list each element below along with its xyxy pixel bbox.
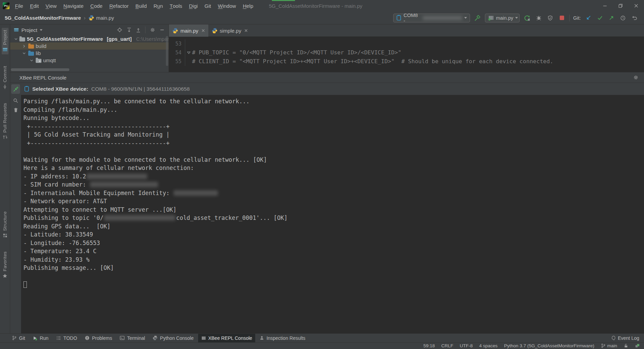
- chevron-down-icon[interactable]: [29, 59, 34, 62]
- rollback-button[interactable]: [630, 14, 639, 22]
- tool-window-tab-inspection-results[interactable]: Inspection Results: [257, 334, 308, 343]
- git-branch-widget[interactable]: main: [601, 343, 617, 348]
- menu-tools[interactable]: Tools: [166, 0, 186, 12]
- coverage-button[interactable]: [546, 14, 554, 22]
- collapse-all-icon[interactable]: [136, 28, 141, 33]
- xbee-bars-icon: [201, 336, 206, 341]
- hide-panel-icon[interactable]: [160, 28, 164, 32]
- stripe-tab-pull-requests[interactable]: Pull Requests: [2, 101, 8, 142]
- breadcrumb-file[interactable]: main.py: [96, 15, 114, 21]
- locate-file-icon[interactable]: [117, 27, 122, 33]
- chevron-down-icon[interactable]: [40, 29, 42, 31]
- run-configuration-selector[interactable]: main.py: [485, 14, 520, 22]
- code-line-53[interactable]: 53: [169, 39, 644, 48]
- debug-button[interactable]: [535, 14, 543, 22]
- menu-navigate[interactable]: Navigate: [60, 0, 87, 12]
- push-button[interactable]: [607, 14, 615, 22]
- stripe-tab-commit[interactable]: Commit: [2, 64, 8, 91]
- code-editor[interactable]: 5354# PUB_TOPIC = "0/<MQTT Project ID>/<…: [169, 37, 644, 72]
- clock-icon: [620, 15, 626, 21]
- editor-tab-simple-py[interactable]: simple.py: [208, 24, 251, 37]
- tool-window-tab-terminal[interactable]: Terminal: [117, 334, 148, 343]
- folder-icon: [36, 59, 41, 63]
- header-separator: [145, 27, 145, 33]
- python-interpreter[interactable]: Python 3.7 (5G_ColdAssetMonitorFirmware): [504, 343, 594, 348]
- tool-window-tab-problems[interactable]: Problems: [82, 334, 115, 343]
- build-button[interactable]: [473, 14, 482, 22]
- menu-code[interactable]: Code: [87, 0, 106, 12]
- console-output[interactable]: Parsing /flash/main.py... be connected t…: [21, 95, 644, 333]
- close-icon[interactable]: [202, 29, 205, 32]
- tool-window-tab-run[interactable]: Run: [30, 334, 52, 343]
- menu-file[interactable]: File: [12, 0, 27, 12]
- stripe-tab-project[interactable]: Project: [2, 28, 8, 54]
- line-number: 55: [169, 57, 185, 66]
- tool-window-tab-xbee-repl-console[interactable]: XBee REPL Console: [198, 334, 255, 343]
- console-text: Publishing message... [OK]: [23, 264, 114, 271]
- menu-edit[interactable]: Edit: [27, 0, 42, 12]
- chevron-down-icon[interactable]: [22, 52, 27, 55]
- stripe-tab-structure[interactable]: Structure: [2, 209, 8, 240]
- gear-icon[interactable]: [633, 75, 639, 80]
- xbee-device-selector[interactable]: COM8 -: [393, 14, 470, 22]
- history-button[interactable]: [619, 14, 627, 22]
- highlighting-level-icon[interactable]: [635, 343, 640, 348]
- file-encoding[interactable]: UTF-8: [460, 343, 473, 348]
- line-separator[interactable]: CRLF: [441, 343, 453, 348]
- tree-item-umqtt[interactable]: umqtt: [10, 57, 169, 64]
- stripe-tab-label: Project: [2, 30, 7, 45]
- line-number: 54: [169, 48, 185, 57]
- code-line-54[interactable]: 54# PUB_TOPIC = "0/<MQTT Project ID>/<MQ…: [169, 48, 644, 57]
- tree-item-build[interactable]: build: [10, 42, 169, 50]
- tree-item-label: build: [36, 43, 47, 49]
- project-panel-title[interactable]: Project: [21, 27, 37, 33]
- menu-help[interactable]: Help: [239, 0, 257, 12]
- tree-item-5g_coldassetmonitorfirmware[interactable]: 5G_ColdAssetMonitorFirmware[gps_uart]C:\…: [10, 35, 169, 42]
- editor-tab-main-py[interactable]: main.py: [169, 24, 208, 37]
- fold-marker-icon[interactable]: [185, 51, 192, 54]
- vertical-scrollbar[interactable]: [166, 36, 168, 66]
- unlock-icon[interactable]: [624, 343, 628, 348]
- gear-icon[interactable]: [150, 27, 155, 33]
- tree-item-lib[interactable]: lib: [10, 50, 169, 57]
- menu-view[interactable]: View: [42, 0, 60, 12]
- selected-device-bar: Selected XBee device: COM8 - 9600/8/N/1/…: [21, 83, 644, 95]
- console-text: - Latitude: 38.33549: [23, 231, 93, 238]
- breadcrumb-project[interactable]: 5G_ColdAssetMonitorFirmware: [5, 15, 81, 21]
- close-icon[interactable]: [244, 29, 248, 32]
- menu-git[interactable]: Git: [201, 0, 214, 12]
- push-arrow-icon: [609, 15, 614, 21]
- code-line-55[interactable]: 55# CLIENT_ID = "<MQTT Project ID>+<MQTT…: [169, 57, 644, 66]
- menu-window[interactable]: Window: [214, 0, 239, 12]
- chevron-down-icon[interactable]: [14, 37, 18, 41]
- restore-button[interactable]: [613, 0, 628, 12]
- update-project-button[interactable]: [584, 14, 592, 22]
- stop-button[interactable]: [558, 14, 566, 22]
- tool-window-tab-git[interactable]: Git: [9, 334, 28, 343]
- rerun-button[interactable]: [523, 14, 531, 22]
- expand-all-icon[interactable]: [127, 28, 132, 33]
- console-header: XBee REPL Console: [10, 72, 644, 83]
- menu-build[interactable]: Build: [132, 0, 150, 12]
- menu-digi[interactable]: Digi: [186, 0, 201, 12]
- minimize-button[interactable]: [597, 0, 613, 12]
- window-controls: [597, 0, 644, 12]
- indent-setting[interactable]: 4 spaces: [479, 343, 498, 348]
- console-line: Publishing message... [OK]: [23, 264, 644, 272]
- tool-window-tab-python-console[interactable]: Python Console: [150, 334, 197, 343]
- toolbar-separator: [569, 15, 570, 21]
- stripe-tab-favorites[interactable]: Favorites: [2, 249, 8, 280]
- horizontal-scrollbar[interactable]: [11, 68, 69, 71]
- disconnect-button[interactable]: [11, 84, 20, 94]
- commit-button[interactable]: [596, 14, 604, 22]
- caret-position[interactable]: 59:18: [423, 343, 435, 348]
- menu-refactor[interactable]: Refactor: [106, 0, 132, 12]
- menu-run[interactable]: Run: [150, 0, 167, 12]
- search-icon[interactable]: [13, 98, 18, 103]
- chevron-right-icon[interactable]: [22, 45, 27, 48]
- close-button[interactable]: [628, 0, 644, 12]
- console-line: - Network operator: AT&T: [23, 197, 644, 206]
- clear-console-icon[interactable]: [13, 107, 18, 113]
- event-log-button[interactable]: Event Log: [611, 335, 639, 341]
- tool-window-tab-todo[interactable]: TODO: [53, 334, 80, 343]
